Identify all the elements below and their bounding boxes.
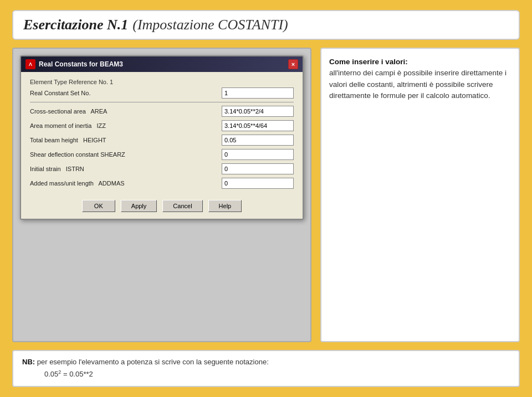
- area-field-row: Cross-sectional area AREA: [30, 106, 294, 117]
- title-normal: (Impostazione COSTANTI): [132, 17, 288, 33]
- area-label: Cross-sectional area AREA: [30, 108, 222, 115]
- addmas-label: Added mass/unit length ADDMAS: [30, 180, 222, 187]
- info-box: Come inserire i valori: all'interno dei …: [320, 48, 520, 342]
- ansys-logo-icon: Λ: [25, 59, 35, 69]
- shearz-label: Shear deflection constant SHEARZ: [30, 151, 222, 158]
- title-bold: Esercitazione N.1: [23, 17, 128, 33]
- title-box: Esercitazione N.1 (Impostazione COSTANTI…: [12, 10, 520, 40]
- izz-label: Area moment of inertia IZZ: [30, 122, 222, 129]
- izz-input[interactable]: [222, 120, 294, 131]
- dialog-buttons: OK Apply Cancel Help: [30, 197, 294, 212]
- nb-example: 0.052 = 0.05**2: [44, 370, 93, 378]
- dialog-window: Λ Real Constants for BEAM3 × Element Typ…: [20, 55, 304, 220]
- height-field-row: Total beam height HEIGHT: [30, 135, 294, 146]
- shearz-field-row: Shear deflection constant SHEARZ: [30, 149, 294, 160]
- dialog-title-text: Real Constants for BEAM3: [39, 60, 123, 68]
- help-button[interactable]: Help: [208, 200, 242, 212]
- nb-box: NB: per esempio l'elevamento a potenza s…: [12, 350, 520, 387]
- main-row: Λ Real Constants for BEAM3 × Element Typ…: [12, 48, 520, 342]
- istrn-input[interactable]: [222, 163, 294, 174]
- close-button[interactable]: ×: [288, 59, 298, 69]
- nb-text: per esempio l'elevamento a potenza si sc…: [37, 358, 269, 366]
- dialog-titlebar: Λ Real Constants for BEAM3 ×: [21, 56, 303, 72]
- addmas-field-row: Added mass/unit length ADDMAS: [30, 178, 294, 189]
- dialog-wrapper: Λ Real Constants for BEAM3 × Element Typ…: [12, 48, 311, 342]
- height-input[interactable]: [222, 135, 294, 146]
- dialog-title-left: Λ Real Constants for BEAM3: [25, 59, 123, 69]
- real-constant-set-label: Real Constant Set No.: [30, 90, 222, 96]
- real-constant-set-input[interactable]: [222, 87, 294, 99]
- height-label: Total beam height HEIGHT: [30, 137, 222, 143]
- info-box-title: Come inserire i valori:: [329, 58, 408, 66]
- info-box-text: all'interno dei campi è possibile inseri…: [329, 69, 507, 100]
- ok-button[interactable]: OK: [82, 200, 115, 212]
- istrn-field-row: Initial strain ISTRN: [30, 163, 294, 174]
- apply-button[interactable]: Apply: [121, 200, 157, 212]
- area-input[interactable]: [222, 106, 294, 117]
- dialog-body: Element Type Reference No. 1 Real Consta…: [21, 72, 303, 219]
- separator: [30, 102, 294, 102]
- element-type-ref-label: Element Type Reference No. 1: [30, 79, 294, 85]
- izz-field-row: Area moment of inertia IZZ: [30, 120, 294, 131]
- addmas-input[interactable]: [222, 178, 294, 189]
- shearz-input[interactable]: [222, 149, 294, 160]
- nb-label: NB:: [22, 358, 35, 366]
- real-constant-set-row: Real Constant Set No.: [30, 87, 294, 99]
- istrn-label: Initial strain ISTRN: [30, 166, 222, 172]
- cancel-button[interactable]: Cancel: [162, 200, 202, 212]
